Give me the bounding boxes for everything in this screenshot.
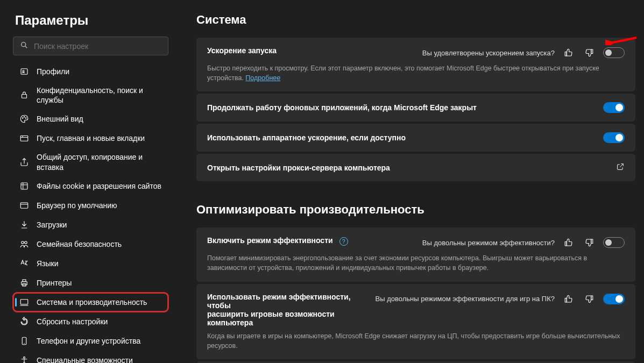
setting-hardware-accel: Использовать аппаратное ускорение, если … — [196, 124, 635, 152]
setting-title: Открыть настройки прокси-сервера компьют… — [207, 163, 390, 172]
thumbs-up-button[interactable] — [562, 236, 575, 249]
setting-startup-boost: Ускорение запуска Вы удовлетворены ускор… — [196, 38, 635, 91]
external-link-icon — [616, 162, 625, 173]
section-title-performance: Оптимизировать производительность — [196, 203, 635, 217]
svg-point-7 — [25, 118, 26, 119]
sidebar-item-family[interactable]: Семейная безопасность — [13, 234, 168, 254]
sidebar-item-cookies[interactable]: Файлы cookie и разрешения сайтов — [13, 176, 168, 196]
accessibility-icon — [19, 355, 29, 363]
setting-efficiency-gaming: Использовать режим эффективности, чтобыр… — [196, 284, 635, 359]
setting-description: Когда вы играете в игры на компьютере, M… — [207, 331, 625, 351]
thumbs-down-button[interactable] — [583, 46, 596, 59]
sidebar-item-label: Конфиденциальность, поиск и службы — [37, 86, 162, 105]
svg-line-1 — [25, 46, 27, 48]
search-input-container[interactable] — [13, 37, 168, 55]
sidebar-item-start[interactable]: Пуск, главная и новые вкладки — [13, 129, 168, 148]
help-icon[interactable]: ? — [339, 237, 348, 246]
reset-icon — [19, 317, 29, 326]
svg-point-18 — [24, 357, 25, 358]
sidebar-item-languages[interactable]: Языки — [13, 254, 168, 273]
download-icon — [19, 220, 29, 230]
svg-point-11 — [22, 241, 24, 244]
search-icon — [20, 41, 34, 51]
efficiency-mode-toggle[interactable] — [603, 237, 625, 248]
sidebar-item-label: Браузер по умолчанию — [37, 201, 117, 210]
sidebar-item-privacy[interactable]: Конфиденциальность, поиск и службы — [13, 81, 168, 109]
sidebar-item-label: Телефон и другие устройства — [37, 336, 140, 346]
search-input[interactable] — [34, 42, 161, 51]
svg-rect-16 — [20, 300, 28, 304]
svg-point-0 — [22, 42, 26, 47]
efficiency-gaming-toggle[interactable] — [603, 294, 625, 304]
svg-rect-4 — [22, 95, 27, 98]
sidebar-item-label: Специальные возможности — [37, 355, 133, 363]
thumbs-down-button[interactable] — [583, 236, 596, 249]
settings-sidebar: Параметры Профили Конфиденциальность, по… — [0, 0, 175, 363]
sidebar-item-phone[interactable]: Телефон и другие устройства — [13, 331, 168, 351]
thumbs-up-button[interactable] — [562, 293, 575, 305]
sidebar-item-label: Система и производительность — [37, 297, 147, 307]
background-apps-toggle[interactable] — [603, 102, 625, 113]
setting-title: Использовать аппаратное ускорение, если … — [207, 133, 406, 142]
svg-rect-13 — [22, 282, 27, 285]
svg-point-12 — [25, 241, 27, 244]
sidebar-item-label: Профили — [37, 67, 69, 76]
setting-title: Ускорение запуска — [207, 46, 414, 55]
setting-description: Помогает минимизировать энергопользовани… — [207, 253, 625, 273]
learn-more-link[interactable]: Подробнее — [245, 74, 280, 82]
thumbs-up-button[interactable] — [562, 46, 575, 59]
setting-title: Включить режим эффективности — [207, 236, 333, 245]
printer-icon — [19, 278, 29, 288]
sidebar-item-profiles[interactable]: Профили — [13, 62, 168, 81]
profile-icon — [19, 67, 29, 76]
sidebar-item-label: Файлы cookie и разрешения сайтов — [37, 181, 161, 191]
browser-icon — [19, 201, 29, 210]
hardware-accel-toggle[interactable] — [603, 132, 625, 143]
sidebar-item-label: Семейная безопасность — [37, 239, 122, 249]
sidebar-item-label: Общий доступ, копирование и вставка — [37, 152, 162, 172]
sidebar-item-label: Сбросить настройки — [37, 317, 108, 326]
sidebar-item-reset[interactable]: Сбросить настройки — [13, 312, 168, 331]
sidebar-item-system[interactable]: Система и производительность — [13, 293, 168, 312]
main-content: Система Ускорение запуска Вы удовлетворе… — [175, 0, 644, 363]
svg-rect-14 — [23, 280, 26, 282]
svg-rect-10 — [20, 203, 28, 209]
palette-icon — [19, 114, 29, 124]
sidebar-item-label: Внешний вид — [37, 114, 83, 124]
language-icon — [19, 259, 29, 268]
sidebar-item-label: Принтеры — [37, 278, 72, 288]
page-title: Параметры — [13, 13, 168, 28]
startup-boost-toggle[interactable] — [603, 47, 625, 58]
setting-proxy[interactable]: Открыть настройки прокси-сервера компьют… — [196, 154, 635, 181]
sidebar-item-accessibility[interactable]: Специальные возможности — [13, 351, 168, 363]
sidebar-item-appearance[interactable]: Внешний вид — [13, 109, 168, 129]
setting-background-apps: Продолжать работу фоновых приложений, ко… — [196, 94, 635, 122]
feedback-question: Вы удовлетворены ускорением запуска? — [422, 49, 555, 57]
tabs-icon — [19, 133, 29, 143]
svg-point-5 — [22, 118, 23, 119]
lock-icon — [19, 90, 29, 100]
svg-point-3 — [23, 70, 24, 72]
sidebar-item-label: Языки — [37, 259, 59, 268]
setting-title: Использовать режим эффективности, чтобыр… — [207, 293, 367, 327]
system-icon — [19, 297, 29, 307]
sidebar-item-downloads[interactable]: Загрузки — [13, 215, 168, 234]
sidebar-item-share[interactable]: Общий доступ, копирование и вставка — [13, 148, 168, 176]
setting-description: Быстро переходить к просмотру. Если этот… — [207, 63, 625, 83]
svg-rect-9 — [21, 183, 27, 189]
thumbs-down-button[interactable] — [583, 293, 596, 305]
share-icon — [19, 158, 29, 167]
sidebar-item-printers[interactable]: Принтеры — [13, 273, 168, 293]
section-title-system: Система — [196, 13, 635, 27]
sidebar-item-default-browser[interactable]: Браузер по умолчанию — [13, 196, 168, 215]
setting-efficiency-mode: Включить режим эффективности ? Вы доволь… — [196, 227, 635, 281]
family-icon — [19, 239, 29, 249]
setting-title: Продолжать работу фоновых приложений, ко… — [207, 103, 477, 112]
feedback-question: Вы довольны режимом эффективности для иг… — [376, 295, 555, 303]
sidebar-item-label: Пуск, главная и новые вкладки — [37, 133, 145, 143]
cookie-icon — [19, 181, 29, 191]
sidebar-nav: Профили Конфиденциальность, поиск и служ… — [13, 62, 168, 363]
sidebar-item-label: Загрузки — [37, 220, 67, 230]
svg-point-6 — [24, 117, 25, 118]
feedback-question: Вы довольны режимом эффективности? — [422, 239, 555, 247]
